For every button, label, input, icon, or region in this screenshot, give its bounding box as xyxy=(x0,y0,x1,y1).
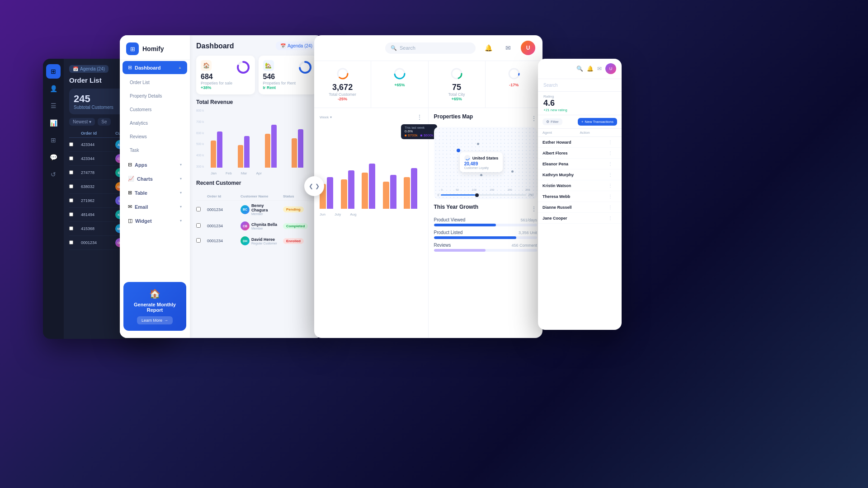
rc-role-2: Member xyxy=(251,227,277,230)
rc-order-3: 0001234 xyxy=(207,239,239,243)
analytics-stat-4: -17% xyxy=(486,61,542,108)
widget-icon: ◫ xyxy=(128,218,132,224)
nav-analytics[interactable]: Analytics xyxy=(120,116,190,129)
filter-icon: ⚙ xyxy=(546,120,549,124)
rc-row-3-checkbox[interactable] xyxy=(196,238,201,243)
trans-agent-name: Jane Cooper xyxy=(542,216,608,221)
map-more-icon[interactable]: ⋮ xyxy=(531,115,537,122)
rc-table-header: Order Id Customer Name Status xyxy=(196,192,317,201)
sidebar-icon-list[interactable]: ☰ xyxy=(46,99,61,113)
growth-label-listed: Product Listed xyxy=(434,230,463,235)
new-transactions-btn[interactable]: + New Transactions xyxy=(578,118,617,126)
slider-labels: 0 50 100 150 200 250 xyxy=(441,188,530,191)
filter-search-btn[interactable]: Se xyxy=(98,118,110,126)
rc-avatar-1: BC xyxy=(241,205,250,214)
trans-table-header: Agent Action xyxy=(538,129,622,137)
week-filter[interactable]: Week ▾ xyxy=(320,115,332,119)
revenue-title: Total Revenue xyxy=(196,99,317,105)
trans-action-icon[interactable]: ⋮ xyxy=(608,172,617,177)
us-tooltip: United States 20,489 Customer Loyalty xyxy=(460,152,503,172)
nav-widget[interactable]: ◫ Widget ▾ xyxy=(123,214,187,227)
donut-rent xyxy=(298,60,312,75)
rc-status-3: Enrolled xyxy=(283,238,304,244)
rc-name-2: Chynita Bella xyxy=(251,222,277,227)
rc-row-2-checkbox[interactable] xyxy=(196,223,201,228)
nav-arrows[interactable]: ❮ ❯ xyxy=(304,176,324,196)
growth-more-icon[interactable]: ⋮ xyxy=(531,205,537,212)
learn-more-btn[interactable]: Learn More → xyxy=(137,316,173,324)
trans-action-icon[interactable]: ⋮ xyxy=(608,183,617,188)
nav-dashboard[interactable]: ⊞ Dashboard ▲ xyxy=(123,61,187,74)
analytics-header: 🔍 Search 🔔 ✉ U xyxy=(314,35,542,61)
nav-apps[interactable]: ⊟ Apps ▾ xyxy=(123,158,187,171)
trans-row: Kathryn Murphy ⋮ xyxy=(538,169,622,180)
trans-user-avatar[interactable]: U xyxy=(605,63,616,74)
rc-title: Recent Customer xyxy=(196,180,241,186)
generate-card: 🏠 Generate Monthly Report Learn More → xyxy=(123,282,186,331)
rc-row-1-checkbox[interactable] xyxy=(196,207,201,211)
stat-rent-label: Propeties for Rent xyxy=(263,81,296,85)
trans-row: Eleanor Pena ⋮ xyxy=(538,159,622,169)
trans-bell-icon[interactable]: 🔔 xyxy=(587,66,594,72)
homify-main: Dashboard 📅 Agenda (24) 🏠 684 Propeties … xyxy=(190,35,323,338)
house-sale-icon: 🏠 xyxy=(201,60,212,71)
rc-avatar-2: CB xyxy=(241,221,250,230)
sidebar-icon-chart[interactable]: 📊 xyxy=(46,116,61,130)
stat-sale-change: +38% xyxy=(201,85,232,90)
rc-row-2: 0001234 CB Chynita Bella Member Complete… xyxy=(196,219,317,234)
rc-order-1: 0001234 xyxy=(207,207,239,212)
sidebar-icon-msg[interactable]: 💬 xyxy=(46,150,61,164)
analytics-search-bar[interactable]: 🔍 Search xyxy=(385,42,476,54)
stat-city-num: 75 xyxy=(434,83,480,92)
widget-chevron: ▾ xyxy=(180,219,182,223)
us-tooltip-num: 20,489 xyxy=(464,161,499,166)
trans-action-icon[interactable]: ⋮ xyxy=(608,161,617,166)
trans-search-label[interactable]: Search xyxy=(538,79,622,92)
nav-reviews[interactable]: Reviews xyxy=(120,129,190,143)
donut-sale xyxy=(236,60,250,75)
table-chevron: ▾ xyxy=(180,191,182,195)
stat-customers-label: Total Customer xyxy=(320,92,365,97)
slider-track[interactable] xyxy=(441,194,526,196)
homify-dashboard-header: Dashboard 📅 Agenda (24) xyxy=(196,42,317,50)
mail-icon[interactable]: ✉ xyxy=(501,41,515,55)
user-avatar-analytics[interactable]: U xyxy=(521,41,535,55)
house-rent-icon: 🏡 xyxy=(263,60,274,71)
bell-icon[interactable]: 🔔 xyxy=(481,41,495,55)
sidebar-icon-user[interactable]: 👤 xyxy=(46,81,61,96)
nav-table[interactable]: ⊞ Table ▾ xyxy=(123,186,187,199)
rc-avatar-3: DH xyxy=(241,236,250,245)
trans-agent-name: Eleanor Pena xyxy=(542,162,608,166)
map-title: Properties Map xyxy=(434,113,473,120)
trans-search-icon[interactable]: 🔍 xyxy=(576,66,583,72)
sidebar-icon-refresh[interactable]: ↺ xyxy=(46,167,61,182)
trans-filter-btn[interactable]: ⚙ Filter xyxy=(542,118,562,125)
analytics-bar-labels: Jun July Aug xyxy=(320,211,423,216)
nav-property-details[interactable]: Property Details xyxy=(120,89,190,102)
nav-email[interactable]: ✉ Email ▾ xyxy=(123,200,187,213)
nav-customers[interactable]: Customers xyxy=(120,102,190,116)
nav-charts[interactable]: 📈 Charts ▾ xyxy=(123,172,187,185)
trans-action-icon[interactable]: ⋮ xyxy=(608,150,617,155)
trans-action-icon[interactable]: ⋮ xyxy=(608,194,617,199)
sidebar-icon-grid2[interactable]: ⊞ xyxy=(46,133,61,147)
analytics-stat-2: +65% xyxy=(371,61,428,108)
trans-action-icon[interactable]: ⋮ xyxy=(608,140,617,145)
filter-newest-btn[interactable]: Newest ▾ xyxy=(69,118,95,126)
growth-title: This Year Growth xyxy=(434,204,478,210)
trans-row: Esther Howard ⋮ xyxy=(538,137,622,148)
growth-bar-listed xyxy=(434,236,538,239)
more-icon[interactable]: ⋮ xyxy=(416,113,423,121)
rc-row-1: 0001234 BC Benny Chagura Member Pending xyxy=(196,201,317,219)
nav-order-list[interactable]: Order List xyxy=(120,75,190,89)
homify-logo-row: ⊞ Homify xyxy=(120,35,190,60)
trans-action-icon[interactable]: ⋮ xyxy=(608,205,617,210)
sidebar-icon-grid[interactable]: ⊞ xyxy=(46,64,61,79)
bar-jan xyxy=(211,131,236,168)
rc-status-2: Completed xyxy=(283,223,308,229)
trans-mail-icon[interactable]: ✉ xyxy=(597,66,602,72)
stat-rent-num: 546 xyxy=(263,73,296,81)
trans-action-icon[interactable]: ⋮ xyxy=(608,216,617,221)
nav-task[interactable]: Task xyxy=(120,143,190,156)
trans-row: Jane Cooper ⋮ xyxy=(538,213,622,224)
